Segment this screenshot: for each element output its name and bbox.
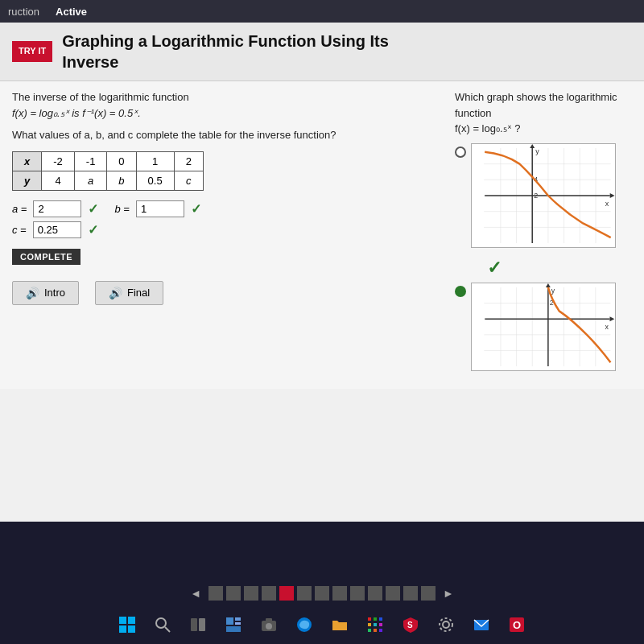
- graph-1[interactable]: x y 4 2: [471, 143, 616, 248]
- nav-item-instruction[interactable]: ruction: [8, 6, 39, 18]
- page-btn-3[interactable]: [244, 586, 258, 601]
- try-it-badge: TRY IT: [12, 41, 52, 61]
- settings-icon[interactable]: [435, 613, 457, 636]
- files-icon[interactable]: [187, 613, 209, 636]
- page-btn-4[interactable]: [262, 586, 276, 601]
- table-cell-y-c: c: [174, 171, 203, 190]
- page-nav-prev[interactable]: ◄: [186, 587, 205, 600]
- svg-rect-38: [119, 617, 126, 624]
- antivirus-icon[interactable]: S: [399, 613, 422, 636]
- audio-buttons: 🔊 Intro 🔊 Final: [12, 281, 439, 305]
- graph-option-2[interactable]: x y 2: [455, 283, 632, 371]
- final-audio-button[interactable]: 🔊 Final: [95, 281, 163, 305]
- intro-label: Intro: [44, 287, 65, 299]
- main-content: TRY IT Graphing a Logarithmic Function U…: [0, 23, 644, 522]
- svg-marker-34: [546, 283, 551, 287]
- mail-icon[interactable]: [470, 613, 493, 636]
- right-question: Which graph shows the logarithmic functi…: [455, 89, 632, 137]
- office-icon[interactable]: O: [506, 613, 528, 636]
- nav-item-active[interactable]: Active: [56, 6, 87, 18]
- svg-text:x: x: [605, 199, 609, 207]
- svg-line-43: [165, 627, 170, 632]
- svg-rect-55: [374, 617, 377, 621]
- top-navigation: ruction Active: [0, 0, 644, 23]
- page-btn-9[interactable]: [350, 586, 365, 601]
- page-btn-1[interactable]: [208, 586, 223, 601]
- page-navigation-bar[interactable]: ◄ ►: [0, 581, 644, 605]
- answer-row-a-b: a = ✓ b = ✓: [12, 200, 439, 217]
- speaker-icon-final: 🔊: [109, 287, 122, 299]
- table-cell-x-neg2: -2: [42, 151, 75, 171]
- a-check: ✓: [88, 201, 98, 217]
- svg-rect-61: [374, 629, 377, 632]
- c-input[interactable]: [33, 221, 81, 238]
- radio-button-1[interactable]: [455, 147, 466, 158]
- svg-rect-57: [368, 623, 371, 626]
- svg-point-42: [156, 618, 166, 628]
- svg-rect-41: [128, 625, 135, 633]
- svg-rect-44: [191, 618, 197, 631]
- page-nav-next[interactable]: ►: [439, 587, 458, 600]
- svg-rect-58: [374, 623, 377, 626]
- search-icon[interactable]: [151, 613, 174, 636]
- svg-text:x: x: [605, 322, 609, 330]
- page-btn-11[interactable]: [386, 586, 400, 601]
- apps-icon[interactable]: [364, 613, 386, 636]
- description-text: The inverse of the logarithmic function …: [12, 89, 439, 121]
- svg-rect-39: [128, 617, 135, 624]
- svg-rect-47: [235, 617, 241, 621]
- svg-point-51: [266, 623, 272, 630]
- taskbar: S O: [0, 605, 644, 644]
- header-bar: TRY IT Graphing a Logarithmic Function U…: [0, 23, 644, 81]
- graph-check-mark: ✓: [487, 258, 502, 278]
- speaker-icon-intro: 🔊: [26, 287, 39, 299]
- table-cell-x-0: 0: [107, 151, 136, 171]
- svg-rect-48: [235, 622, 241, 625]
- b-input[interactable]: [136, 200, 184, 217]
- b-label: b =: [114, 203, 129, 215]
- svg-text:y: y: [535, 147, 539, 155]
- folder-icon[interactable]: [328, 613, 351, 636]
- table-cell-x-neg1: -1: [74, 151, 107, 171]
- page-title: Graphing a Logarithmic Function Using It…: [62, 31, 389, 72]
- svg-rect-56: [379, 617, 382, 621]
- graph-2[interactable]: x y 2: [471, 283, 616, 371]
- page-btn-13[interactable]: [421, 586, 436, 601]
- windows-icon[interactable]: [116, 613, 138, 636]
- svg-rect-52: [266, 618, 272, 621]
- svg-rect-40: [119, 625, 126, 633]
- table-header-y: y: [13, 171, 42, 190]
- camera-icon[interactable]: [258, 613, 280, 636]
- svg-point-65: [440, 618, 452, 631]
- browser-icon[interactable]: [222, 613, 245, 636]
- content-body: The inverse of the logarithmic function …: [0, 81, 644, 389]
- svg-rect-49: [226, 626, 241, 632]
- table-cell-y-4: 4: [42, 171, 75, 190]
- page-btn-7[interactable]: [315, 586, 329, 601]
- final-label: Final: [127, 287, 150, 299]
- page-btn-10[interactable]: [368, 586, 382, 601]
- radio-button-2[interactable]: [455, 286, 466, 297]
- values-table: x -2 -1 0 1 2 y 4 a b 0.5 c: [12, 151, 204, 191]
- edge-icon[interactable]: [293, 613, 316, 636]
- svg-marker-14: [610, 193, 615, 198]
- svg-marker-15: [530, 144, 535, 148]
- a-label: a =: [12, 203, 27, 215]
- complete-button[interactable]: COMPLETE: [12, 249, 80, 265]
- svg-rect-59: [379, 623, 382, 626]
- svg-rect-45: [199, 618, 205, 631]
- svg-text:2: 2: [534, 191, 538, 199]
- svg-marker-33: [609, 316, 614, 321]
- page-btn-8[interactable]: [332, 586, 347, 601]
- intro-audio-button[interactable]: 🔊 Intro: [12, 281, 79, 305]
- graph-option-1[interactable]: x y 4 2: [455, 143, 632, 248]
- page-btn-2[interactable]: [226, 586, 241, 601]
- page-btn-6[interactable]: [297, 586, 312, 601]
- taskbar-icons: S O: [0, 613, 644, 636]
- page-btn-12[interactable]: [403, 586, 418, 601]
- right-panel: Which graph shows the logarithmic functi…: [455, 89, 632, 381]
- svg-rect-62: [379, 629, 382, 632]
- a-input[interactable]: [33, 200, 81, 217]
- page-btn-5[interactable]: [279, 586, 294, 601]
- svg-point-64: [443, 621, 449, 628]
